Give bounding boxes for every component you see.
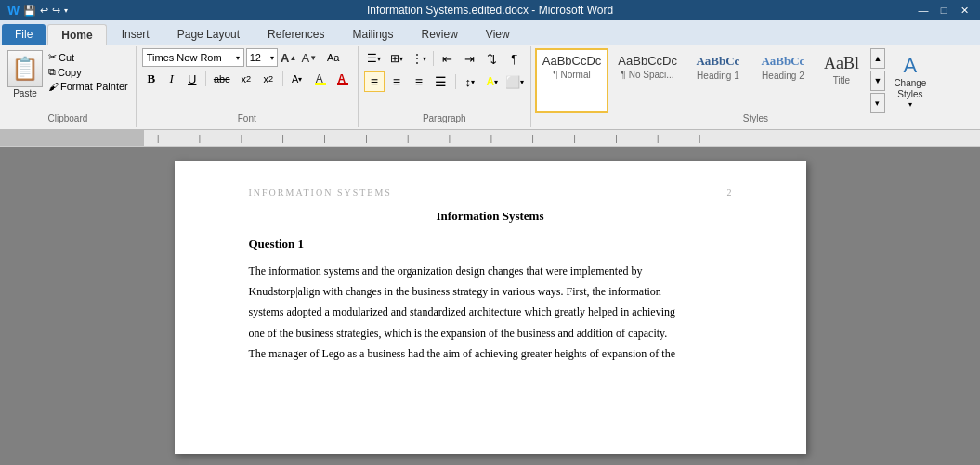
- quick-dropdown[interactable]: ▾: [64, 6, 68, 15]
- superscript-button[interactable]: x2: [258, 70, 279, 88]
- format-painter-button[interactable]: 🖌 Format Painter: [46, 80, 130, 93]
- doc-page-number: 2: [727, 187, 732, 198]
- doc-paragraph-2: Knudstorp|align with changes in the busi…: [249, 281, 732, 302]
- bullets-button[interactable]: ☰▾: [364, 48, 385, 69]
- sort-button[interactable]: ⇅: [482, 48, 503, 69]
- text-color-button[interactable]: A: [332, 70, 352, 88]
- paragraph-group: ☰▾ ⊞▾ ⋮▾ ⇤ ⇥ ⇅ ¶ ≡ ≡ ≡ ☰ ↕▾ A▾ ⬜▾ Paragr…: [359, 46, 531, 127]
- tab-insert[interactable]: Insert: [109, 24, 163, 45]
- bold-button[interactable]: B: [142, 70, 161, 88]
- clipboard-group: 📋 Paste ✂ Cut ⧉ Copy 🖌 Format Painter: [0, 46, 137, 127]
- tab-file[interactable]: File: [2, 24, 46, 45]
- tab-references[interactable]: References: [255, 24, 337, 45]
- borders-button[interactable]: ⬜▾: [504, 71, 525, 92]
- change-styles-label: ChangeStyles: [894, 78, 926, 100]
- document-area: INFORMATION SYSTEMS 2 Information System…: [0, 147, 980, 465]
- font-shrink-button[interactable]: A▼: [300, 48, 319, 67]
- quick-save[interactable]: 💾: [23, 5, 36, 17]
- style-normal-preview: AaBbCcDc: [542, 54, 602, 68]
- title-bar-text: Information Systems.edited.docx - Micros…: [367, 4, 613, 17]
- doc-header-text: INFORMATION SYSTEMS: [249, 187, 392, 198]
- font-name-dropdown[interactable]: Times New Rom ▾: [142, 48, 244, 67]
- change-styles-button[interactable]: A ChangeStyles ▾: [887, 48, 934, 113]
- line-spacing-button[interactable]: ↕▾: [460, 71, 480, 92]
- restore-btn[interactable]: □: [935, 2, 952, 19]
- font-size-dropdown[interactable]: 12 ▾: [246, 48, 278, 67]
- underline-button[interactable]: U: [183, 70, 202, 88]
- doc-body: The information systems and the organiza…: [249, 261, 732, 364]
- minimize-btn[interactable]: —: [915, 2, 932, 19]
- word-icon: W: [7, 3, 20, 18]
- doc-paragraph-3: systems adopted a modularized and standa…: [249, 302, 732, 322]
- font-aa-button[interactable]: Aa: [320, 48, 346, 67]
- font-name-arrow: ▾: [236, 54, 240, 62]
- decrease-indent-button[interactable]: ⇤: [438, 48, 458, 69]
- doc-paragraph-5: The manager of Lego as a business had th…: [249, 343, 732, 364]
- font-grow-button[interactable]: A▲: [280, 48, 298, 67]
- font-group-label: Font: [142, 113, 352, 125]
- align-right-button[interactable]: ≡: [409, 71, 429, 92]
- style-h1-label: Heading 1: [697, 71, 739, 81]
- doc-paragraph-4: one of the business strategies, which is…: [249, 323, 732, 343]
- text-highlight-button[interactable]: A: [309, 70, 330, 88]
- style-h1-preview: AaBbCc: [696, 54, 739, 69]
- change-styles-icon: A: [904, 54, 918, 78]
- format-painter-icon: 🖌: [48, 81, 59, 92]
- paste-button[interactable]: 📋 Paste: [6, 48, 45, 100]
- style-normal-label: ¶ Normal: [553, 70, 590, 80]
- style-nospace-label: ¶ No Spaci...: [621, 70, 674, 80]
- doc-section-heading: Question 1: [249, 237, 732, 252]
- font-size-arrow: ▾: [270, 54, 274, 62]
- tab-home[interactable]: Home: [47, 24, 106, 45]
- text-effects-button[interactable]: A▾: [287, 70, 307, 88]
- paragraph-group-label: Paragraph: [364, 113, 525, 125]
- numbering-button[interactable]: ⊞▾: [386, 48, 407, 69]
- style-title-label: Title: [833, 75, 851, 85]
- show-hide-button[interactable]: ¶: [504, 48, 525, 69]
- quick-redo[interactable]: ↪: [52, 5, 60, 17]
- doc-paragraph-1: The information systems and the organiza…: [249, 261, 732, 281]
- strikethrough-button[interactable]: abc: [210, 70, 234, 88]
- style-heading1[interactable]: AaBbCc Heading 1: [686, 48, 750, 113]
- align-left-button[interactable]: ≡: [364, 71, 385, 92]
- tab-mailings[interactable]: Mailings: [339, 24, 406, 45]
- document-page: INFORMATION SYSTEMS 2 Information System…: [175, 161, 806, 454]
- justify-button[interactable]: ☰: [431, 71, 451, 92]
- styles-expand[interactable]: ▾: [870, 93, 885, 113]
- tab-pagelayout[interactable]: Page Layout: [164, 24, 253, 45]
- styles-scroll-up[interactable]: ▲: [870, 48, 885, 69]
- style-h2-label: Heading 2: [762, 71, 804, 81]
- styles-scroll-down[interactable]: ▼: [870, 71, 885, 91]
- style-heading2[interactable]: AaBbCc Heading 2: [751, 48, 815, 113]
- tab-review[interactable]: Review: [408, 24, 470, 45]
- tab-view[interactable]: View: [473, 24, 523, 45]
- style-title-preview: AaBl: [824, 54, 859, 73]
- copy-button[interactable]: ⧉ Copy: [46, 65, 130, 79]
- font-group: Times New Rom ▾ 12 ▾ A▲ A▼ Aa B I U abc …: [137, 46, 359, 127]
- style-h2-preview: AaBbCc: [761, 54, 804, 69]
- subscript-button[interactable]: x2: [236, 70, 256, 88]
- quick-undo[interactable]: ↩: [40, 5, 48, 17]
- cut-button[interactable]: ✂ Cut: [46, 50, 130, 64]
- shading-button[interactable]: A▾: [482, 71, 503, 92]
- clipboard-label: Clipboard: [6, 113, 130, 125]
- copy-icon: ⧉: [48, 66, 56, 78]
- align-center-button[interactable]: ≡: [386, 71, 407, 92]
- styles-group-label: Styles: [535, 113, 976, 125]
- style-nospace-preview: AaBbCcDc: [618, 54, 677, 68]
- italic-button[interactable]: I: [163, 70, 181, 88]
- close-btn[interactable]: ✕: [956, 2, 973, 19]
- style-no-spacing[interactable]: AaBbCcDc ¶ No Spaci...: [610, 48, 685, 113]
- increase-indent-button[interactable]: ⇥: [460, 48, 480, 69]
- ruler: | | | | | | | | | | | | | |: [0, 130, 980, 147]
- cut-icon: ✂: [48, 51, 57, 63]
- styles-group: AaBbCcDc ¶ Normal AaBbCcDc ¶ No Spaci...…: [531, 46, 980, 127]
- doc-title: Information Systems: [249, 209, 732, 224]
- style-normal[interactable]: AaBbCcDc ¶ Normal: [535, 48, 609, 113]
- style-title[interactable]: AaBl Title: [817, 48, 867, 113]
- multilevel-button[interactable]: ⋮▾: [409, 48, 429, 69]
